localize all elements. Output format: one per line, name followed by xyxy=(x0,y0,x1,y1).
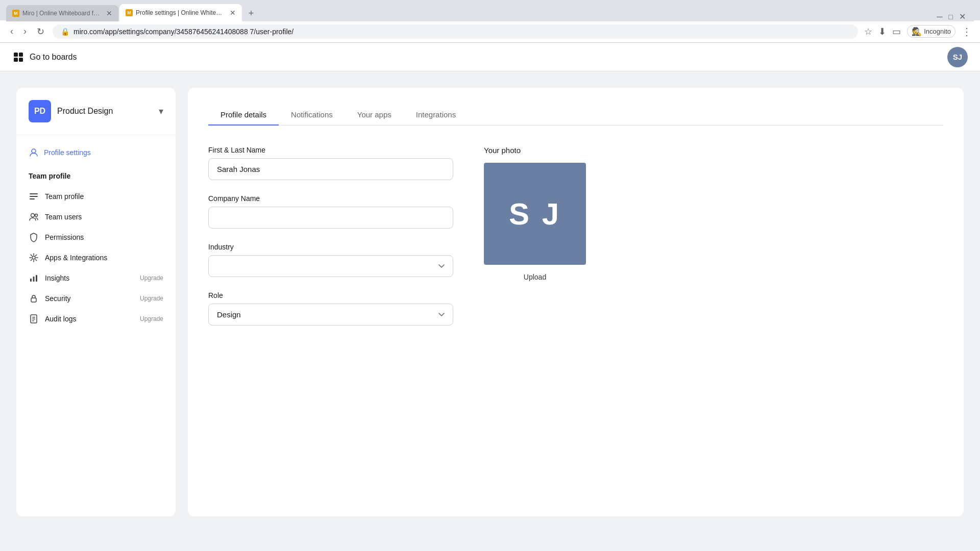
cast-icon[interactable]: ▭ xyxy=(892,26,901,37)
browser-tab-1[interactable]: M Miro | Online Whiteboard for Vis... ✕ xyxy=(6,5,118,21)
audit-logs-icon xyxy=(29,314,39,324)
team-profile-group-label: Team profile xyxy=(16,172,176,180)
svg-point-10 xyxy=(32,256,35,259)
incognito-user[interactable]: 🕵 Incognito xyxy=(907,25,955,38)
team-users-label: Team users xyxy=(45,213,163,221)
go-to-boards-label: Go to boards xyxy=(30,53,77,62)
browser-chrome: M Miro | Online Whiteboard for Vis... ✕ … xyxy=(0,0,980,43)
first-last-name-label: First & Last Name xyxy=(208,146,453,154)
app-header: Go to boards SJ xyxy=(0,43,980,71)
new-tab-button[interactable]: + xyxy=(243,5,259,21)
insights-label: Insights xyxy=(45,274,134,282)
security-badge: Upgrade xyxy=(140,295,163,302)
sidebar-item-insights[interactable]: Insights Upgrade xyxy=(16,268,176,288)
tab2-favicon: M xyxy=(126,9,133,16)
forward-button[interactable]: › xyxy=(21,24,29,39)
window-close[interactable]: ✕ xyxy=(959,12,966,21)
brand-initials: PD xyxy=(34,107,45,116)
svg-rect-17 xyxy=(32,319,35,320)
lock-icon: 🔒 xyxy=(61,28,69,36)
window-minimize[interactable]: ─ xyxy=(937,12,942,21)
brand-chevron-icon[interactable]: ▾ xyxy=(159,106,163,117)
team-profile-label: Team profile xyxy=(45,192,163,201)
grid-icon xyxy=(12,51,24,63)
photo-label: Your photo xyxy=(484,146,521,155)
header-user-avatar[interactable]: SJ xyxy=(947,47,968,67)
browser-tab-2[interactable]: M Profile settings | Online Whitebo... ✕ xyxy=(119,4,242,21)
insights-icon xyxy=(29,273,39,283)
svg-rect-14 xyxy=(31,298,36,302)
profile-settings-link[interactable]: Profile settings xyxy=(29,145,163,160)
company-name-input[interactable] xyxy=(208,207,453,229)
tab1-title: Miro | Online Whiteboard for Vis... xyxy=(22,10,101,17)
tab-notifications[interactable]: Notifications xyxy=(279,104,345,125)
profile-form: First & Last Name Company Name Industry … xyxy=(208,146,943,340)
company-name-group: Company Name xyxy=(208,194,453,229)
sidebar-item-apps-integrations[interactable]: Apps & Integrations xyxy=(16,247,176,268)
svg-point-8 xyxy=(31,214,35,217)
svg-rect-1 xyxy=(19,53,23,57)
form-fields: First & Last Name Company Name Industry … xyxy=(208,146,453,340)
tab-profile-details-label: Profile details xyxy=(220,110,266,119)
role-select[interactable]: Design Engineering Marketing Product Sal… xyxy=(208,304,453,325)
browser-tabs-bar: M Miro | Online Whiteboard for Vis... ✕ … xyxy=(6,3,974,21)
browser-menu-icon[interactable]: ⋮ xyxy=(962,26,972,38)
photo-section: Your photo S J Upload xyxy=(484,146,586,340)
sidebar-item-security[interactable]: Security Upgrade xyxy=(16,288,176,309)
tab2-title: Profile settings | Online Whitebo... xyxy=(136,9,225,16)
svg-rect-18 xyxy=(32,320,34,321)
bookmark-icon[interactable]: ☆ xyxy=(864,26,872,37)
svg-rect-2 xyxy=(14,58,18,62)
sidebar-item-team-profile[interactable]: Team profile xyxy=(16,186,176,207)
company-name-label: Company Name xyxy=(208,194,453,203)
address-field[interactable]: 🔒 miro.com/app/settings/company/34587645… xyxy=(53,24,858,39)
address-text: miro.com/app/settings/company/3458764562… xyxy=(74,28,850,36)
svg-rect-0 xyxy=(14,53,18,57)
profile-settings-label: Profile settings xyxy=(44,148,91,157)
industry-select[interactable]: Technology Design Marketing Finance Educ… xyxy=(208,255,453,277)
go-to-boards-button[interactable]: Go to boards xyxy=(12,51,77,63)
permissions-icon xyxy=(29,232,39,242)
svg-rect-13 xyxy=(36,275,37,282)
tab-your-apps[interactable]: Your apps xyxy=(345,104,404,125)
industry-label: Industry xyxy=(208,243,453,251)
security-label: Security xyxy=(45,294,134,303)
sidebar-item-permissions[interactable]: Permissions xyxy=(16,227,176,247)
download-icon[interactable]: ⬇ xyxy=(878,26,886,37)
brand-logo: PD xyxy=(29,100,51,122)
sidebar-item-team-users[interactable]: Team users xyxy=(16,207,176,227)
address-bar: ‹ › ↻ 🔒 miro.com/app/settings/company/34… xyxy=(0,20,980,43)
tab2-close[interactable]: ✕ xyxy=(230,9,236,17)
industry-group: Industry Technology Design Marketing Fin… xyxy=(208,243,453,277)
main-content: Profile details Notifications Your apps … xyxy=(188,88,964,516)
first-last-name-input[interactable] xyxy=(208,158,453,180)
svg-point-9 xyxy=(35,214,38,217)
sidebar: PD Product Design ▾ Profile settings Tea… xyxy=(16,88,176,516)
sidebar-brand: PD Product Design ▾ xyxy=(16,100,176,135)
role-label: Role xyxy=(208,291,453,299)
reload-button[interactable]: ↻ xyxy=(35,24,46,39)
incognito-icon: 🕵 xyxy=(912,27,922,36)
security-icon xyxy=(29,293,39,304)
svg-rect-3 xyxy=(19,58,23,62)
team-users-icon xyxy=(29,212,39,222)
tab-your-apps-label: Your apps xyxy=(357,110,391,119)
svg-rect-11 xyxy=(30,279,32,282)
window-maximize[interactable]: □ xyxy=(949,13,953,21)
sidebar-item-audit-logs[interactable]: Audit logs Upgrade xyxy=(16,309,176,329)
profile-settings-section: Profile settings xyxy=(16,135,176,160)
photo-preview: S J xyxy=(484,163,586,265)
tab1-close[interactable]: ✕ xyxy=(106,9,112,17)
incognito-label: Incognito xyxy=(924,28,951,35)
tab-integrations[interactable]: Integrations xyxy=(404,104,468,125)
svg-rect-16 xyxy=(32,317,35,318)
tab-profile-details[interactable]: Profile details xyxy=(208,104,279,125)
svg-rect-6 xyxy=(30,196,38,197)
team-profile-icon xyxy=(29,191,39,202)
svg-point-4 xyxy=(32,149,36,153)
back-button[interactable]: ‹ xyxy=(8,24,15,39)
photo-initials: S J xyxy=(509,196,561,232)
svg-rect-5 xyxy=(30,193,38,194)
brand-name: Product Design xyxy=(57,107,153,116)
upload-button[interactable]: Upload xyxy=(524,273,546,281)
